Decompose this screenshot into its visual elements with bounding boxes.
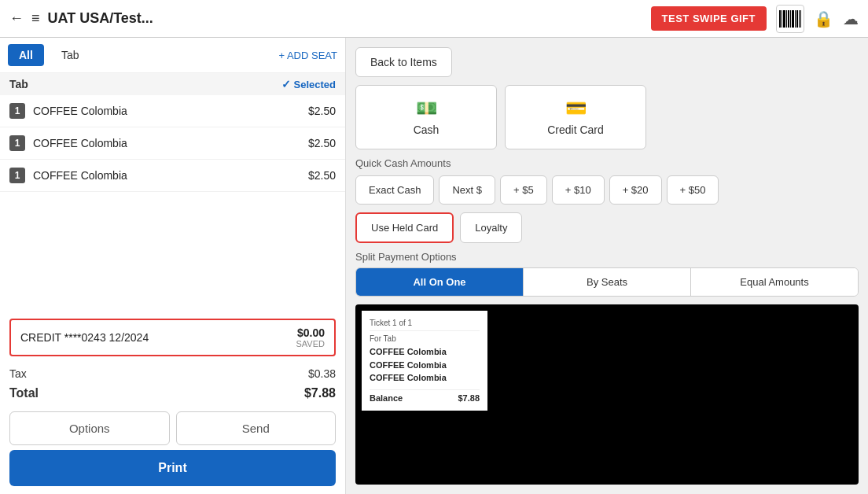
tax-row: Tax $0.38 — [0, 364, 345, 383]
ticket-item: COFFEE Colombia — [370, 359, 480, 372]
cloud-icon[interactable]: ☁ — [843, 9, 859, 28]
plus-50-button[interactable]: + $50 — [667, 175, 719, 205]
total-label: Total — [9, 386, 39, 400]
credit-saved-label: SAVED — [296, 339, 325, 348]
svg-rect-9 — [799, 10, 800, 28]
credit-card-icon: 💳 — [565, 98, 587, 119]
check-icon: ✓ — [281, 78, 291, 90]
svg-rect-3 — [786, 10, 787, 28]
split-payment-label: Split Payment Options — [355, 251, 859, 263]
credit-card-info: CREDIT ****0243 12/2024 — [20, 331, 149, 344]
tax-value: $0.38 — [308, 367, 336, 380]
all-on-one-button[interactable]: All On One — [356, 268, 524, 296]
ticket-for-tab: For Tab — [370, 334, 480, 343]
print-button[interactable]: Print — [9, 450, 336, 486]
next-dollar-button[interactable]: Next $ — [439, 175, 495, 205]
quick-cash-section: Quick Cash Amounts Exact Cash Next $ + $… — [355, 157, 859, 205]
exact-cash-button[interactable]: Exact Cash — [355, 175, 434, 205]
svg-rect-6 — [792, 10, 794, 28]
svg-rect-7 — [795, 10, 796, 28]
total-row: Total $7.88 — [0, 383, 345, 404]
cash-payment-button[interactable]: 💵 Cash — [355, 85, 497, 149]
main-content: All Tab + ADD SEAT Tab ✓ Selected 1 COFF… — [0, 38, 868, 494]
ticket-items: COFFEE Colombia COFFEE Colombia COFFEE C… — [370, 345, 480, 385]
top-bar-right: TEST SWIPE GIFT 🔒 ☁ — [651, 5, 859, 33]
equal-amounts-button[interactable]: Equal Amounts — [691, 268, 858, 296]
item-quantity: 1 — [9, 103, 25, 119]
credit-amount-value: $0.00 — [296, 326, 325, 339]
ticket-preview: Ticket 1 of 1 For Tab COFFEE Colombia CO… — [355, 304, 859, 485]
item-name: COFFEE Colombia — [33, 105, 300, 117]
ticket-balance-label: Balance — [370, 393, 403, 403]
tab-header-label: Tab — [9, 78, 281, 90]
test-swipe-gift-button[interactable]: TEST SWIPE GIFT — [651, 6, 767, 31]
top-bar: ← ≡ UAT USA/Test... TEST SWIPE GIFT 🔒 ☁ — [0, 0, 868, 38]
credit-card-payment-button[interactable]: 💳 Credit Card — [505, 85, 646, 149]
svg-rect-2 — [783, 10, 785, 28]
send-button[interactable]: Send — [176, 411, 337, 445]
svg-rect-5 — [790, 10, 791, 28]
quick-cash-label: Quick Cash Amounts — [355, 157, 859, 169]
cash-label: Cash — [414, 124, 440, 136]
ticket-inner: Ticket 1 of 1 For Tab COFFEE Colombia CO… — [362, 311, 487, 411]
tab-selected-indicator: ✓ Selected — [281, 78, 336, 90]
item-quantity: 1 — [9, 168, 25, 183]
plus-10-button[interactable]: + $10 — [552, 175, 605, 205]
use-held-card-button[interactable]: Use Held Card — [355, 212, 454, 243]
total-value: $7.88 — [304, 386, 336, 400]
table-row[interactable]: 1 COFFEE Colombia $2.50 — [0, 160, 345, 192]
selected-label: Selected — [294, 79, 336, 90]
item-price: $2.50 — [308, 169, 336, 182]
options-button[interactable]: Options — [9, 411, 170, 445]
quick-cash-buttons: Exact Cash Next $ + $5 + $10 + $20 + $50 — [355, 175, 859, 205]
held-card-loyalty-row: Use Held Card Loyalty — [355, 212, 859, 243]
bottom-action-buttons: Options Send — [0, 404, 345, 450]
credit-card-label: Credit Card — [547, 124, 604, 136]
by-seats-button[interactable]: By Seats — [524, 268, 691, 296]
tab-bar: All Tab + ADD SEAT — [0, 38, 345, 73]
loyalty-button[interactable]: Loyalty — [460, 212, 522, 243]
ticket-item: COFFEE Colombia — [370, 371, 480, 385]
svg-rect-1 — [782, 10, 782, 28]
item-name: COFFEE Colombia — [33, 137, 300, 149]
svg-rect-10 — [800, 10, 801, 28]
tab-tab-button[interactable]: Tab — [50, 44, 90, 66]
lock-icon[interactable]: 🔒 — [814, 9, 833, 28]
tab-header: Tab ✓ Selected — [0, 73, 345, 95]
split-payment-buttons: All On One By Seats Equal Amounts — [355, 267, 859, 297]
ticket-balance-row: Balance $7.88 — [370, 389, 480, 403]
back-arrow-icon[interactable]: ← — [9, 10, 24, 27]
app-title: UAT USA/Test... — [48, 10, 153, 27]
plus-5-button[interactable]: + $5 — [500, 175, 547, 205]
cash-icon: 💵 — [416, 98, 437, 119]
table-row[interactable]: 1 COFFEE Colombia $2.50 — [0, 127, 345, 160]
order-items-list: 1 COFFEE Colombia $2.50 1 COFFEE Colombi… — [0, 95, 345, 311]
item-price: $2.50 — [308, 137, 336, 149]
left-panel: All Tab + ADD SEAT Tab ✓ Selected 1 COFF… — [0, 38, 346, 494]
svg-rect-4 — [788, 10, 789, 28]
right-panel: Back to Items 💵 Cash 💳 Credit Card Quick… — [346, 38, 868, 494]
add-seat-button[interactable]: + ADD SEAT — [278, 50, 337, 61]
split-payment-section: Split Payment Options All On One By Seat… — [355, 251, 859, 297]
credit-info-box: CREDIT ****0243 12/2024 $0.00 SAVED — [9, 319, 336, 356]
ticket-header: Ticket 1 of 1 — [370, 319, 480, 331]
ticket-item: COFFEE Colombia — [370, 345, 480, 359]
back-to-items-button[interactable]: Back to Items — [355, 47, 452, 77]
tax-label: Tax — [9, 367, 27, 380]
item-price: $2.50 — [308, 105, 336, 117]
plus-20-button[interactable]: + $20 — [609, 175, 662, 205]
payment-methods: 💵 Cash 💳 Credit Card — [355, 85, 859, 149]
credit-amount-info: $0.00 SAVED — [296, 326, 325, 348]
table-row[interactable]: 1 COFFEE Colombia $2.50 — [0, 95, 345, 127]
top-bar-left: ← ≡ UAT USA/Test... — [9, 10, 642, 27]
tab-all-button[interactable]: All — [8, 44, 44, 66]
barcode-icon[interactable] — [776, 5, 804, 33]
svg-rect-0 — [779, 10, 781, 28]
hamburger-icon[interactable]: ≡ — [31, 10, 40, 27]
item-quantity: 1 — [9, 135, 25, 151]
item-name: COFFEE Colombia — [33, 169, 300, 182]
ticket-balance-value: $7.88 — [458, 393, 480, 403]
svg-rect-8 — [796, 10, 798, 28]
